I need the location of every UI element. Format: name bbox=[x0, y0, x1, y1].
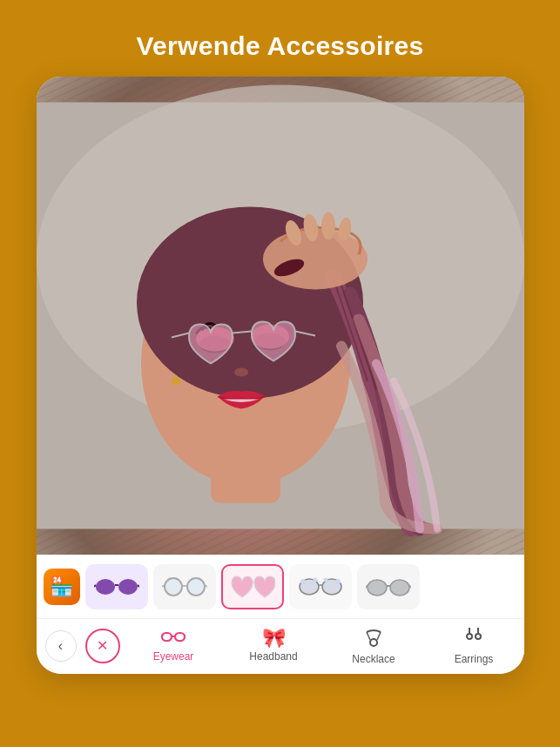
svg-rect-45 bbox=[175, 633, 185, 641]
svg-point-22 bbox=[118, 579, 138, 595]
necklace-icon bbox=[363, 627, 384, 650]
necklace-label: Necklace bbox=[352, 653, 395, 665]
photo-background bbox=[37, 77, 524, 555]
svg-point-34 bbox=[300, 579, 306, 584]
thumbnail-strip: 🏪 bbox=[37, 555, 524, 618]
svg-point-37 bbox=[335, 579, 341, 584]
category-headband[interactable]: 🎀 Headband bbox=[247, 629, 300, 663]
svg-point-20 bbox=[172, 377, 180, 386]
svg-line-51 bbox=[377, 632, 381, 640]
category-eyewear[interactable]: Eyewear bbox=[147, 629, 199, 663]
svg-point-36 bbox=[323, 578, 327, 582]
category-necklace[interactable]: Necklace bbox=[347, 627, 400, 665]
headband-label: Headband bbox=[249, 650, 297, 663]
page-title: Verwende Accessoires bbox=[136, 31, 423, 61]
categories-list: Eyewear 🎀 Headband bbox=[124, 626, 524, 665]
svg-point-27 bbox=[187, 578, 205, 596]
earrings-label: Earrings bbox=[455, 653, 494, 665]
categories-wrapper: ✕ Eyewear bbox=[77, 626, 524, 665]
svg-point-40 bbox=[390, 580, 409, 596]
svg-point-18 bbox=[234, 368, 248, 377]
thumbnail-purple-glasses[interactable] bbox=[85, 564, 148, 609]
eyewear-icon bbox=[161, 629, 186, 648]
category-earrings[interactable]: Earrings bbox=[448, 626, 500, 665]
thumbnail-heart-glasses[interactable] bbox=[221, 564, 284, 609]
svg-line-24 bbox=[94, 585, 96, 587]
svg-point-55 bbox=[476, 634, 481, 639]
eyewear-label: Eyewear bbox=[153, 650, 194, 663]
svg-point-21 bbox=[96, 579, 115, 595]
main-card: 🏪 bbox=[37, 77, 524, 674]
back-button[interactable]: ‹ bbox=[45, 630, 77, 662]
photo-svg bbox=[37, 77, 524, 555]
thumbnail-round-glasses[interactable] bbox=[153, 564, 216, 609]
store-icon[interactable]: 🏪 bbox=[44, 569, 80, 605]
svg-point-26 bbox=[165, 578, 182, 596]
remove-button[interactable]: ✕ bbox=[85, 629, 120, 663]
thumbnail-gem-glasses[interactable] bbox=[289, 564, 352, 609]
svg-point-49 bbox=[370, 639, 377, 646]
headband-icon: 🎀 bbox=[262, 629, 286, 648]
svg-point-35 bbox=[313, 578, 317, 582]
svg-point-19 bbox=[185, 412, 298, 455]
svg-line-50 bbox=[367, 632, 370, 640]
svg-rect-44 bbox=[162, 633, 172, 641]
remove-icon: ✕ bbox=[97, 637, 108, 654]
back-icon: ‹ bbox=[58, 638, 63, 654]
photo-area bbox=[37, 77, 524, 555]
svg-point-53 bbox=[467, 634, 472, 639]
svg-point-39 bbox=[368, 580, 387, 596]
svg-point-8 bbox=[321, 212, 335, 240]
earrings-icon bbox=[463, 626, 484, 650]
category-bar: ‹ ✕ bbox=[37, 618, 524, 674]
thumbnail-aviator-glasses[interactable] bbox=[357, 564, 420, 609]
svg-line-25 bbox=[138, 585, 139, 587]
